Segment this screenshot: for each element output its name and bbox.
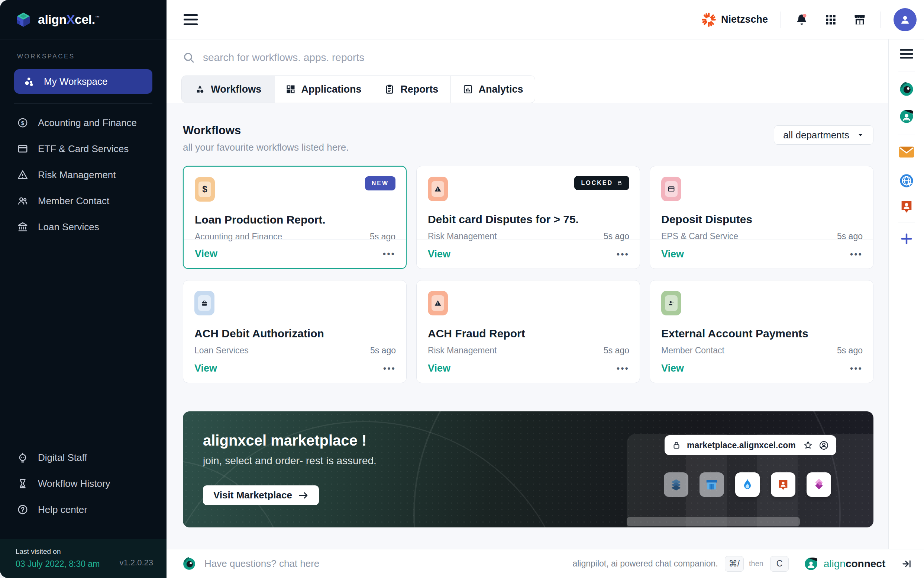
person-card-icon [665,295,678,311]
workflow-card-grid: $ NEW Loan Production Report. Acounting … [183,166,874,383]
sidebar-item-member-contact[interactable]: Member Contact [0,188,167,214]
card-menu-button[interactable]: ••• [617,364,629,374]
app-grid-icon [285,84,296,94]
warning-triangle-icon [432,295,444,311]
sidebar-item-accounting-finance[interactable]: $ Acounting and Finance [0,110,167,136]
departments-filter-label: all departments [783,130,849,141]
last-visited-label: Last visited on [16,547,153,556]
status-badge-new: NEW [365,176,395,190]
rail-web-app-button[interactable] [898,172,915,189]
departments-filter-dropdown[interactable]: all departments [774,125,874,144]
keyboard-shortcut-cmd-slash: ⌘/ [725,556,744,572]
sidebar-item-workflow-history[interactable]: Workflow History [0,471,167,497]
rail-hamburger-button[interactable] [898,46,915,62]
question-circle-icon [17,504,28,515]
workflow-card-loan-production-report[interactable]: $ NEW Loan Production Report. Acounting … [183,166,407,269]
sidebar-item-help-center[interactable]: Help center [0,497,167,523]
banner-url: marketplace.alignxcel.com [687,440,796,450]
alignconnect-button[interactable]: alignconnect [800,557,889,571]
sidebar-item-loan-services[interactable]: Loan Services [0,214,167,240]
chevron-down-icon [857,131,864,139]
search-input[interactable] [203,52,537,63]
tab-reports[interactable]: Reports [372,76,450,103]
chat-companion-text: alignpilot, ai powered chat companion. [572,559,718,569]
left-sidebar: alignXcel.™ WORKSPACES My Workspace $ Ac… [0,0,167,578]
bank-icon [17,221,28,232]
tab-label: Workflows [211,84,261,95]
card-title: External Account Payments [661,327,863,340]
workflow-card-deposit-disputes[interactable]: Deposit Disputes EPS & Card Service 5s a… [650,166,874,269]
alignconnect-icon [804,557,819,571]
view-link[interactable]: View [195,248,217,260]
app-logo: alignXcel.™ [0,0,167,39]
view-link[interactable]: View [428,363,450,374]
banner-scroll-strip [627,517,800,526]
rail-add-app-button[interactable] [898,231,915,247]
card-menu-button[interactable]: ••• [850,249,863,260]
alignconnect-label-dark: connect [846,558,885,570]
tab-applications[interactable]: Applications [275,76,372,103]
sidebar-item-digital-staff[interactable]: Digital Staff [0,445,167,471]
credit-card-icon [665,181,678,197]
org-sunburst-icon [701,12,717,28]
card-menu-button[interactable]: ••• [383,249,395,259]
dollar-circle-icon: $ [17,117,28,128]
marketplace-store-button[interactable] [851,11,868,28]
alignconnect-icon [899,109,914,124]
tab-analytics[interactable]: Analytics [450,76,535,103]
card-icon-tile [428,177,448,201]
card-icon-tile: $ [195,177,215,201]
rail-alignpilot-button[interactable] [898,81,915,97]
card-menu-button[interactable]: ••• [383,364,396,374]
sidebar-item-etf-card-services[interactable]: ETF & Card Services [0,136,167,162]
person-icon [899,13,911,26]
user-avatar-button[interactable] [893,8,917,31]
credit-card-icon [17,143,28,154]
rail-mail-app-button[interactable] [898,144,915,160]
banner-address-bar: marketplace.alignxcel.com [665,435,836,455]
workflow-card-ach-fraud-report[interactable]: ACH Fraud Report Risk Management 5s ago … [416,280,640,383]
sidebar-item-label: Member Contact [38,195,109,207]
app-version: v1.2.0.23 [119,558,153,568]
collapse-panel-button[interactable] [889,549,924,578]
org-brand: Nietzsche [701,12,768,28]
section-heading: Workflows all your favourite workflows l… [183,124,349,153]
sidebar-item-label: My Workspace [44,76,107,88]
sidebar-footer: Last visited on 03 July 2022, 8:30 am v1… [0,539,167,578]
view-link[interactable]: View [194,363,217,374]
menu-hamburger-button[interactable] [184,14,198,25]
layers-icon [669,477,683,492]
workflow-card-ach-debit-authorization[interactable]: ACH Debit Authorization Loan Services 5s… [183,280,407,383]
rail-contact-app-button[interactable] [898,198,915,214]
apps-grid-button[interactable] [822,11,839,28]
chat-input[interactable] [204,558,427,570]
app-tile-layers [664,472,688,497]
sidebar-item-my-workspace[interactable]: My Workspace [14,69,152,94]
workspace-dots-icon [24,76,35,87]
workflow-card-external-account-payments[interactable]: External Account Payments Member Contact… [650,280,874,383]
sidebar-divider [14,439,152,439]
notifications-bell-button[interactable] [793,11,810,28]
rail-alignconnect-button[interactable] [898,108,915,125]
rail-divider [898,135,915,135]
card-title: Deposit Disputes [661,213,863,226]
view-link[interactable]: View [661,363,684,374]
card-icon-tile [194,291,214,315]
workflow-card-debit-card-disputes[interactable]: LOCKED Debit card Disputes for > 75. Ris… [416,166,640,269]
view-link[interactable]: View [428,248,450,260]
diamond-icon [812,477,826,492]
card-menu-button[interactable]: ••• [850,364,863,374]
sidebar-item-risk-management[interactable]: Risk Management [0,162,167,188]
view-link[interactable]: View [661,248,684,260]
briefcase-icon [198,295,211,311]
banner-subtitle: join, select and order- rest is assured. [203,455,377,467]
alignpilot-icon [899,81,914,97]
tab-workflows[interactable]: Workflows [182,76,275,103]
store-blue-icon [705,477,719,492]
envelope-icon [898,144,915,159]
visit-marketplace-button[interactable]: Visit Marketplace [203,485,319,505]
card-menu-button[interactable]: ••• [617,249,629,260]
card-title: Debit card Disputes for > 75. [428,213,629,226]
main-content: Workflows Applications Reports Analytics… [167,39,888,549]
warning-triangle-icon [17,169,28,180]
